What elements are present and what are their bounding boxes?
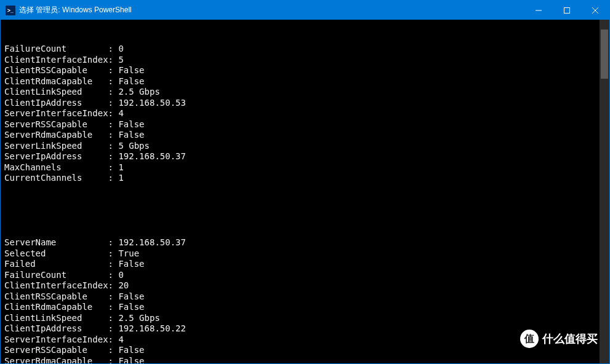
- property-key: ServerRSSCapable: [4, 345, 108, 356]
- property-key: ServerIpAddress: [4, 151, 108, 162]
- output-row: ServerRSSCapable : False: [4, 119, 606, 130]
- property-key: FailureCount: [4, 44, 108, 55]
- property-key: ClientIpAddress: [4, 98, 108, 109]
- separator: :: [108, 141, 119, 152]
- output-row: ClientRSSCapable : False: [4, 291, 606, 303]
- property-key: MaxChannels: [4, 162, 108, 173]
- output-row: ClientRSSCapable : False: [4, 65, 606, 76]
- separator: :: [108, 259, 119, 270]
- property-key: ClientIpAddress: [4, 323, 108, 334]
- window-title: 选择 管理员: Windows PowerShell: [19, 5, 132, 15]
- property-value: 5 Gbps: [118, 141, 150, 152]
- property-value: False: [118, 302, 144, 313]
- separator: :: [108, 173, 119, 184]
- scrollbar-thumb[interactable]: [601, 30, 608, 79]
- property-key: FailureCount: [4, 270, 108, 281]
- property-key: ClientRdmaCapable: [4, 76, 108, 87]
- output-row: Failed : False: [4, 259, 606, 270]
- property-key: ServerName: [4, 237, 108, 248]
- output-row: FailureCount : 0: [4, 44, 606, 55]
- property-value: False: [118, 65, 144, 76]
- property-key: ClientRSSCapable: [4, 65, 108, 76]
- property-value: 4: [118, 108, 123, 119]
- separator: :: [108, 280, 119, 291]
- property-value: 0: [118, 270, 123, 281]
- vertical-scrollbar[interactable]: [600, 20, 609, 363]
- separator: :: [108, 345, 119, 356]
- output-row: ServerInterfaceIndex: 4: [4, 108, 606, 119]
- output-row: FailureCount : 0: [4, 270, 606, 281]
- property-value: 192.168.50.37: [118, 237, 186, 248]
- output-row: ClientRdmaCapable : False: [4, 302, 606, 313]
- titlebar[interactable]: >_ 选择 管理员: Windows PowerShell: [1, 1, 609, 20]
- property-key: ClientLinkSpeed: [4, 87, 108, 98]
- output-row: ServerIpAddress : 192.168.50.37: [4, 151, 606, 162]
- separator: :: [108, 162, 119, 173]
- svg-rect-1: [564, 7, 570, 13]
- property-value: 1: [118, 162, 123, 173]
- minimize-icon: [536, 7, 542, 14]
- maximize-icon: [564, 7, 570, 14]
- separator: :: [108, 108, 119, 119]
- minimize-button[interactable]: [524, 1, 553, 20]
- separator: :: [108, 291, 119, 303]
- output-row: ClientIpAddress : 192.168.50.53: [4, 98, 606, 109]
- close-icon: [592, 7, 598, 14]
- output-row: ClientRdmaCapable : False: [4, 76, 606, 87]
- property-value: False: [118, 130, 144, 141]
- separator: :: [108, 65, 119, 76]
- property-value: 2.5 Gbps: [118, 87, 159, 98]
- property-key: Selected: [4, 248, 108, 259]
- property-value: 192.168.50.22: [118, 323, 186, 334]
- output-row: ServerInterfaceIndex: 4: [4, 334, 606, 346]
- property-key: ServerRdmaCapable: [4, 130, 108, 141]
- separator: :: [108, 356, 119, 364]
- separator: :: [108, 334, 119, 346]
- terminal-output[interactable]: FailureCount : 0ClientInterfaceIndex: 5C…: [1, 20, 609, 363]
- property-value: True: [118, 248, 139, 259]
- property-value: 0: [118, 44, 123, 55]
- separator: :: [108, 130, 119, 141]
- property-key: ClientLinkSpeed: [4, 313, 108, 324]
- property-key: CurrentChannels: [4, 173, 108, 184]
- separator: :: [108, 237, 119, 248]
- output-row: ServerRdmaCapable : False: [4, 130, 606, 141]
- separator: :: [108, 98, 119, 109]
- separator: :: [108, 76, 119, 87]
- terminal-area: FailureCount : 0ClientInterfaceIndex: 5C…: [1, 20, 609, 363]
- property-key: ClientRdmaCapable: [4, 302, 108, 313]
- separator: :: [108, 248, 119, 259]
- property-value: False: [118, 119, 144, 130]
- output-row: ClientLinkSpeed : 2.5 Gbps: [4, 313, 606, 324]
- output-row: MaxChannels : 1: [4, 162, 606, 173]
- output-row: ClientLinkSpeed : 2.5 Gbps: [4, 87, 606, 98]
- property-value: False: [118, 76, 144, 87]
- close-button[interactable]: [581, 1, 609, 20]
- property-key: ClientInterfaceIndex: [4, 55, 108, 66]
- output-row: ServerName : 192.168.50.37: [4, 237, 606, 248]
- property-key: ClientRSSCapable: [4, 291, 108, 303]
- property-key: ServerRdmaCapable: [4, 356, 108, 364]
- separator: :: [108, 313, 119, 324]
- property-key: ServerRSSCapable: [4, 119, 108, 130]
- output-row: ClientIpAddress : 192.168.50.22: [4, 323, 606, 334]
- property-value: False: [118, 345, 144, 356]
- property-value: False: [118, 291, 144, 303]
- property-value: 4: [118, 334, 123, 346]
- property-value: 1: [118, 173, 123, 184]
- separator: :: [108, 87, 119, 98]
- property-value: 20: [118, 280, 129, 291]
- output-row: CurrentChannels : 1: [4, 173, 606, 184]
- property-key: ServerInterfaceIndex: [4, 108, 108, 119]
- property-value: False: [118, 259, 144, 270]
- separator: :: [108, 302, 119, 313]
- powershell-window: >_ 选择 管理员: Windows PowerShell FailureCou…: [0, 0, 610, 364]
- separator: :: [108, 270, 119, 281]
- output-row: ServerRdmaCapable : False: [4, 356, 606, 364]
- separator: :: [108, 119, 119, 130]
- property-value: False: [118, 356, 144, 364]
- property-key: Failed: [4, 259, 108, 270]
- output-row: ServerRSSCapable : False: [4, 345, 606, 356]
- separator: :: [108, 44, 119, 55]
- maximize-button[interactable]: [553, 1, 581, 20]
